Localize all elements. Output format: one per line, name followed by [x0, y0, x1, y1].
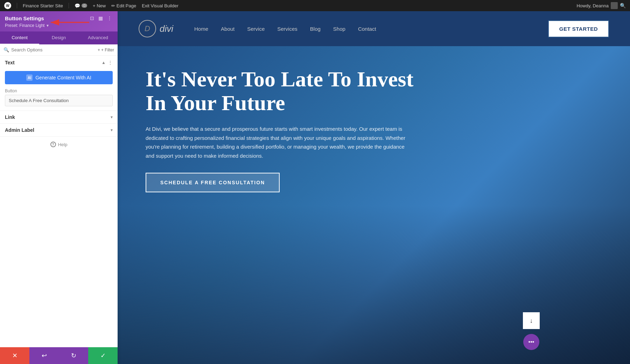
exit-builder-link[interactable]: Exit Visual Builder: [142, 3, 178, 8]
tab-advanced[interactable]: Advanced: [78, 31, 118, 44]
ai-icon: AI: [26, 74, 33, 81]
text-section-header[interactable]: Text ▲ ⋮: [0, 56, 118, 70]
site-name-link[interactable]: Finance Starter Site: [23, 3, 63, 8]
generate-ai-button[interactable]: AI Generate Content With AI: [5, 71, 113, 84]
filter-icon: +: [98, 48, 100, 52]
edit-page-link[interactable]: ✏ Edit Page: [111, 3, 136, 8]
nav-about[interactable]: About: [221, 26, 234, 32]
hero-title: It's Never Too Late To Invest In Your Fu…: [146, 67, 433, 115]
scroll-down-arrow[interactable]: ↓: [523, 312, 540, 329]
panel-tabs: Content Design Advanced: [0, 31, 118, 44]
nav-shop[interactable]: Shop: [333, 26, 345, 32]
hero-description: At Divi, we believe that a secure and pr…: [146, 124, 412, 160]
panel-header: Button Settings ⊡ ▦ ⋮ Preset:: [0, 11, 118, 31]
search-bar: 🔍 + + Filter: [0, 44, 118, 56]
settings-panel: Button Settings ⊡ ▦ ⋮ Preset:: [0, 11, 118, 364]
panel-content: Text ▲ ⋮ AI Generate Content With AI But…: [0, 56, 118, 347]
help-label: Help: [58, 142, 68, 147]
nav-service[interactable]: Service: [247, 26, 265, 32]
button-text-input[interactable]: Schedule A Free Consultation: [5, 95, 113, 106]
comments-count: 0: [82, 3, 87, 8]
panel-title: Button Settings: [5, 15, 44, 21]
site-navigation: D divi Home About Service Services Blog …: [118, 11, 630, 46]
logo-text: divi: [160, 23, 173, 34]
red-arrow: [49, 17, 91, 27]
fab-menu-button[interactable]: •••: [523, 334, 539, 350]
text-section: Text ▲ ⋮ AI Generate Content With AI But…: [0, 56, 118, 111]
nav-links: Home About Service Services Blog Shop Co…: [194, 26, 548, 32]
admin-label-section: Admin Label ▾: [0, 124, 118, 137]
filter-button[interactable]: + + Filter: [98, 48, 114, 52]
panel-bottom-bar: ✕ ↩ ↻ ✓: [0, 347, 118, 364]
cancel-button[interactable]: ✕: [0, 347, 29, 364]
admin-label-section-header[interactable]: Admin Label ▾: [0, 124, 118, 136]
howdy-label: Howdy, Deanna: [576, 3, 609, 8]
site-preview: D divi Home About Service Services Blog …: [118, 11, 630, 364]
link-section-header[interactable]: Link ▾: [0, 111, 118, 123]
wp-admin-bar: W Finance Starter Site 💬 0 + New ✏ Edit …: [0, 0, 630, 11]
admin-label-section-chevron-icon: ▾: [111, 128, 113, 133]
admin-label-section-title: Admin Label: [5, 127, 34, 133]
fab-dots-icon: •••: [528, 339, 534, 345]
hero-cta-button[interactable]: SCHEDULE A FREE CONSULTATION: [146, 173, 280, 192]
preset-chevron-icon[interactable]: ▾: [47, 23, 49, 28]
nav-cta-button[interactable]: GET STARTED: [548, 20, 609, 37]
wp-logo-icon[interactable]: W: [4, 2, 11, 9]
help-row[interactable]: ? Help: [0, 137, 118, 152]
nav-blog[interactable]: Blog: [310, 26, 321, 32]
hero-bg-pattern: [392, 231, 630, 364]
link-section-title: Link: [5, 114, 15, 120]
text-section-menu-icon[interactable]: ⋮: [108, 60, 113, 65]
undo-button[interactable]: ↩: [29, 347, 59, 364]
button-field-label: Button: [0, 88, 118, 95]
tab-design[interactable]: Design: [39, 31, 78, 44]
link-section: Link ▾: [0, 111, 118, 124]
search-input[interactable]: [11, 47, 96, 52]
logo-circle-icon: D: [139, 20, 156, 37]
hero-content: It's Never Too Late To Invest In Your Fu…: [146, 67, 433, 192]
more-options-icon[interactable]: ⋮: [106, 15, 113, 22]
new-content-link[interactable]: + New: [93, 3, 106, 8]
help-icon: ?: [50, 142, 56, 147]
nav-contact[interactable]: Contact: [358, 26, 376, 32]
site-logo: D divi: [139, 20, 173, 37]
save-button[interactable]: ✓: [88, 347, 118, 364]
search-icon: 🔍: [4, 47, 9, 52]
search-icon[interactable]: 🔍: [620, 3, 626, 8]
text-section-title: Text: [5, 60, 15, 65]
link-section-chevron-icon: ▾: [111, 115, 113, 120]
columns-icon[interactable]: ▦: [98, 15, 104, 22]
redo-button[interactable]: ↻: [59, 347, 88, 364]
preset-label: Preset: Finance Light: [5, 23, 44, 28]
comments-link[interactable]: 💬 0: [75, 3, 87, 8]
arrow-down-icon: ↓: [530, 317, 533, 324]
nav-home[interactable]: Home: [194, 26, 208, 32]
tab-content[interactable]: Content: [0, 31, 39, 44]
comments-icon: 💬: [75, 3, 80, 8]
text-section-chevron-icon: ▲: [102, 60, 106, 65]
avatar: [611, 2, 618, 9]
nav-services[interactable]: Services: [277, 26, 298, 32]
howdy-section: Howdy, Deanna 🔍: [576, 2, 626, 9]
hero-section: It's Never Too Late To Invest In Your Fu…: [118, 46, 630, 364]
